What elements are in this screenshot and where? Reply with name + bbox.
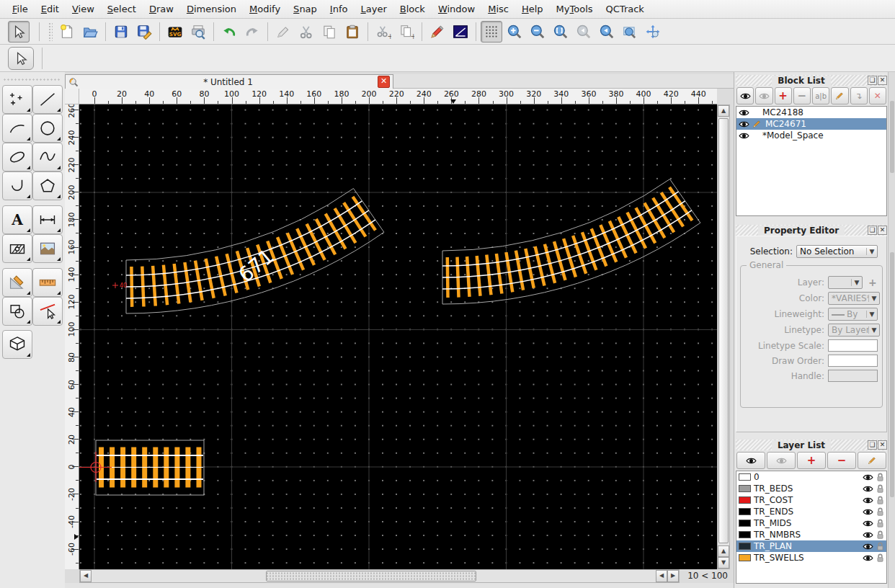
save-as-button[interactable]: [133, 21, 155, 43]
menu-item-view[interactable]: View: [66, 1, 101, 17]
menu-item-help[interactable]: Help: [515, 1, 550, 17]
linetype-scale-input[interactable]: [828, 339, 878, 352]
scroll-up-button[interactable]: ▲: [718, 105, 729, 117]
drawing-canvas[interactable]: 671: [79, 104, 717, 569]
tool-line[interactable]: [32, 85, 63, 114]
zoom-pan-button[interactable]: [642, 21, 664, 43]
lock-icon[interactable]: [876, 507, 884, 517]
layer-list-item[interactable]: 0: [736, 471, 886, 483]
tool-arc[interactable]: [2, 114, 32, 143]
svg-export-button[interactable]: SVG: [164, 21, 186, 43]
lock-icon[interactable]: [876, 519, 884, 528]
hide-all-blocks-button[interactable]: [755, 87, 772, 104]
menu-item-misc[interactable]: Misc: [481, 1, 515, 17]
tool-modify[interactable]: [32, 297, 63, 326]
track-section-straight[interactable]: [96, 440, 204, 495]
tab-close-button[interactable]: ✕: [378, 76, 390, 88]
edit-block-button[interactable]: [831, 87, 848, 104]
selection-combobox[interactable]: No Selection ▼: [796, 245, 878, 258]
eye-icon[interactable]: [863, 496, 873, 504]
new-document-button[interactable]: [56, 21, 78, 43]
draw-order-input[interactable]: [828, 355, 878, 367]
scroll-up-button-2[interactable]: ▲: [718, 545, 729, 557]
eye-icon[interactable]: [863, 543, 873, 551]
track-section-curved-671[interactable]: 671: [126, 189, 384, 314]
lock-icon[interactable]: [876, 542, 884, 551]
eye-icon[interactable]: [863, 520, 873, 527]
paste-button[interactable]: [342, 21, 363, 43]
layer-list-item[interactable]: TR_SWELLS: [736, 552, 886, 564]
scroll-left-button[interactable]: ◀: [80, 570, 92, 582]
tool-polyline[interactable]: [2, 172, 32, 200]
undo-button[interactable]: [218, 21, 240, 43]
open-file-button[interactable]: [79, 21, 101, 43]
menu-item-window[interactable]: Window: [432, 1, 481, 17]
tool-draw-tools[interactable]: [2, 268, 32, 297]
save-button[interactable]: [110, 21, 132, 43]
scroll-left-button-2[interactable]: ◀: [656, 570, 667, 582]
menu-item-draw[interactable]: Draw: [143, 1, 180, 17]
gutter-handle[interactable]: [890, 101, 894, 173]
tool-spline[interactable]: [32, 143, 63, 172]
property-editor-close-button[interactable]: ✕: [878, 226, 887, 235]
layer-list-float-button[interactable]: ❏: [868, 440, 877, 450]
lock-icon[interactable]: [876, 484, 884, 494]
menu-item-select[interactable]: Select: [101, 1, 143, 17]
dock-scrollbar-gutter[interactable]: [888, 72, 895, 588]
tool-circle[interactable]: [32, 114, 63, 143]
add-layer-button[interactable]: +: [797, 452, 826, 469]
print-preview-button[interactable]: [187, 21, 209, 43]
eye-icon[interactable]: [863, 554, 873, 562]
eye-icon[interactable]: [739, 109, 749, 117]
eye-icon[interactable]: [863, 508, 873, 516]
lock-icon[interactable]: [876, 496, 884, 505]
vertical-scroll-thumb[interactable]: [718, 118, 729, 543]
menu-item-snap[interactable]: Snap: [287, 1, 324, 17]
zoom-window-button[interactable]: [619, 21, 641, 43]
layer-list-item[interactable]: TR_COST: [736, 494, 886, 506]
show-all-layers-button[interactable]: [736, 452, 765, 469]
menu-item-modify[interactable]: Modify: [243, 1, 287, 17]
eye-icon[interactable]: [863, 485, 873, 493]
block-list-item[interactable]: MC24671: [736, 118, 886, 130]
vertical-scrollbar[interactable]: ▲ ▲ ▼: [717, 104, 730, 569]
track-section-curved-right[interactable]: [442, 179, 700, 304]
add-block-button[interactable]: +: [775, 87, 792, 104]
layer-list-item[interactable]: TR_NMBRS: [736, 529, 886, 540]
menu-item-mytools[interactable]: MyTools: [550, 1, 600, 17]
block-list-float-button[interactable]: ❏: [868, 76, 877, 85]
menu-item-qctrack[interactable]: QCTrack: [600, 1, 651, 17]
layer-list-item[interactable]: TR_ENDS: [736, 506, 886, 517]
gutter-handle[interactable]: [890, 252, 894, 497]
eye-icon[interactable]: [739, 120, 749, 128]
tool-hatch[interactable]: [2, 234, 32, 263]
tool-text[interactable]: A: [2, 205, 32, 234]
zoom-back-button[interactable]: [596, 21, 618, 43]
menu-item-file[interactable]: File: [6, 1, 35, 17]
draw-pencil-button[interactable]: [427, 21, 448, 43]
auto-zoom-button[interactable]: [550, 21, 571, 43]
remove-layer-button[interactable]: −: [827, 452, 856, 469]
property-editor-float-button[interactable]: ❏: [868, 226, 877, 235]
eye-icon[interactable]: [863, 531, 873, 539]
layer-list-close-button[interactable]: ✕: [878, 440, 887, 450]
scroll-right-button[interactable]: ▶: [667, 570, 679, 582]
block-list-item[interactable]: MC24188: [736, 107, 886, 118]
layer-list-item[interactable]: TR_BEDS: [736, 483, 886, 494]
tool-polygon[interactable]: [32, 172, 63, 200]
horizontal-scrollbar[interactable]: ◀ ◀ ▶: [79, 569, 680, 583]
tool-image[interactable]: [32, 234, 63, 263]
eye-icon[interactable]: [863, 473, 873, 481]
selection-tool-button[interactable]: [8, 47, 34, 70]
tool-dimension[interactable]: [32, 205, 63, 234]
zoom-out-button[interactable]: [527, 21, 548, 43]
select-cursor-button[interactable]: [8, 21, 30, 43]
lock-icon[interactable]: [876, 473, 884, 482]
edit-layer-button[interactable]: [858, 452, 886, 469]
tool-measure-ruler[interactable]: [32, 268, 63, 297]
document-tab[interactable]: * Untitled 1 ✕: [65, 74, 393, 89]
lock-icon[interactable]: [876, 530, 884, 540]
measure-button[interactable]: [450, 21, 471, 43]
tool-points[interactable]: [2, 85, 32, 114]
block-list-item[interactable]: *Model_Space: [736, 130, 886, 141]
